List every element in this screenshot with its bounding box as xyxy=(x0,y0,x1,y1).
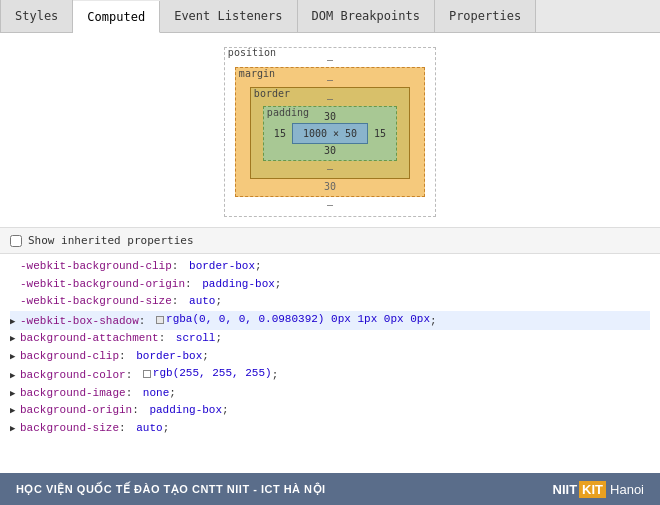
arrow-6: ▶ xyxy=(10,350,20,364)
position-layer: position – margin – border – padding 30 xyxy=(224,47,436,217)
arrow-space-2 xyxy=(10,278,20,292)
arrow-5: ▶ xyxy=(10,332,20,346)
padding-right-value: 15 xyxy=(374,128,386,139)
tab-properties[interactable]: Properties xyxy=(435,0,536,32)
prop-value-webkit-box-shadow: rgba(0, 0, 0, 0.0980392) 0px 1px 0px 0px xyxy=(156,311,430,329)
css-prop-webkit-bg-size: -webkit-background-size : auto ; xyxy=(10,293,650,311)
margin-label: margin xyxy=(239,68,275,79)
box-model: position – margin – border – padding 30 xyxy=(224,47,436,217)
css-prop-webkit-bg-clip: -webkit-background-clip : border-box ; xyxy=(10,258,650,276)
border-label: border xyxy=(254,88,290,99)
footer-logo: NIIT KIT Hanoi xyxy=(553,481,644,498)
border-dash: – xyxy=(263,163,397,174)
footer: HỌC VIỆN QUỐC TẾ ĐÀO TẠO CNTT NIIT - ICT… xyxy=(0,473,660,505)
prop-value-bg-color: rgb(255, 255, 255) xyxy=(143,365,272,383)
prop-value-bg-clip: border-box xyxy=(136,348,202,366)
css-prop-bg-attachment[interactable]: ▶ background-attachment : scroll ; xyxy=(10,330,650,348)
prop-name-bg-color: background-color xyxy=(20,367,126,385)
tab-event-listeners[interactable]: Event Listeners xyxy=(160,0,297,32)
arrow-space xyxy=(10,260,20,274)
margin-bottom-val: 30 xyxy=(250,181,410,192)
arrow-7: ▶ xyxy=(10,369,20,383)
prop-value-bg-attachment: scroll xyxy=(176,330,216,348)
css-prop-bg-origin[interactable]: ▶ background-origin : padding-box ; xyxy=(10,402,650,420)
border-layer: border – padding 30 15 1000 × 50 15 xyxy=(250,87,410,179)
css-prop-webkit-box-shadow[interactable]: ▶ -webkit-box-shadow : rgba(0, 0, 0, 0.0… xyxy=(10,311,650,330)
swatch-7[interactable] xyxy=(143,370,151,378)
prop-value-webkit-bg-size: auto xyxy=(189,293,215,311)
css-prop-bg-image[interactable]: ▶ background-image : none ; xyxy=(10,385,650,403)
padding-left-value: 15 xyxy=(274,128,286,139)
css-properties-list: -webkit-background-clip : border-box ; -… xyxy=(0,254,660,473)
css-prop-bg-clip[interactable]: ▶ background-clip : border-box ; xyxy=(10,348,650,366)
niit-text: NIIT xyxy=(553,482,578,497)
prop-name-webkit-bg-size: -webkit-background-size xyxy=(20,293,172,311)
kit-text: KIT xyxy=(579,481,606,498)
prop-name-bg-size: background-size xyxy=(20,420,119,438)
checkbox-row: Show inherited properties xyxy=(0,228,660,254)
tab-styles[interactable]: Styles xyxy=(0,0,73,32)
padding-layer: padding 30 15 1000 × 50 15 30 xyxy=(263,106,397,161)
prop-value-webkit-bg-clip: border-box xyxy=(189,258,255,276)
padding-label: padding xyxy=(267,107,309,118)
position-bottom-dash: – xyxy=(235,199,425,210)
css-prop-bg-size[interactable]: ▶ background-size : auto ; xyxy=(10,420,650,438)
css-prop-webkit-bg-origin: -webkit-background-origin : padding-box … xyxy=(10,276,650,294)
prop-name-webkit-box-shadow: -webkit-box-shadow xyxy=(20,313,139,331)
prop-value-bg-image: none xyxy=(143,385,169,403)
prop-value-bg-size: auto xyxy=(136,420,162,438)
prop-value-webkit-bg-origin: padding-box xyxy=(202,276,275,294)
prop-name-webkit-bg-clip: -webkit-background-clip xyxy=(20,258,172,276)
position-label: position xyxy=(228,48,276,58)
footer-text: HỌC VIỆN QUỐC TẾ ĐÀO TẠO CNTT NIIT - ICT… xyxy=(16,483,326,496)
arrow-space-3 xyxy=(10,295,20,309)
show-inherited-label: Show inherited properties xyxy=(28,234,194,247)
swatch-4[interactable] xyxy=(156,316,164,324)
tab-computed[interactable]: Computed xyxy=(73,1,160,33)
prop-value-bg-origin: padding-box xyxy=(149,402,222,420)
tab-bar: Styles Computed Event Listeners DOM Brea… xyxy=(0,0,660,33)
margin-layer: margin – border – padding 30 15 xyxy=(235,67,425,197)
css-prop-bg-color[interactable]: ▶ background-color : rgb(255, 255, 255) … xyxy=(10,365,650,384)
prop-name-bg-clip: background-clip xyxy=(20,348,119,366)
arrow-4: ▶ xyxy=(10,315,20,329)
box-model-container: position – margin – border – padding 30 xyxy=(0,33,660,227)
tab-dom-breakpoints[interactable]: DOM Breakpoints xyxy=(298,0,435,32)
arrow-8: ▶ xyxy=(10,387,20,401)
prop-name-bg-origin: background-origin xyxy=(20,402,132,420)
prop-name-bg-image: background-image xyxy=(20,385,126,403)
main-content: position – margin – border – padding 30 xyxy=(0,33,660,473)
content-box: 1000 × 50 xyxy=(292,123,368,144)
prop-name-bg-attachment: background-attachment xyxy=(20,330,159,348)
padding-bottom-value: 30 xyxy=(274,145,386,156)
prop-name-webkit-bg-origin: -webkit-background-origin xyxy=(20,276,185,294)
arrow-9: ▶ xyxy=(10,404,20,418)
content-row: 15 1000 × 50 15 xyxy=(274,123,386,144)
show-inherited-checkbox[interactable] xyxy=(10,235,22,247)
hanoi-text: Hanoi xyxy=(610,482,644,497)
arrow-10: ▶ xyxy=(10,422,20,436)
